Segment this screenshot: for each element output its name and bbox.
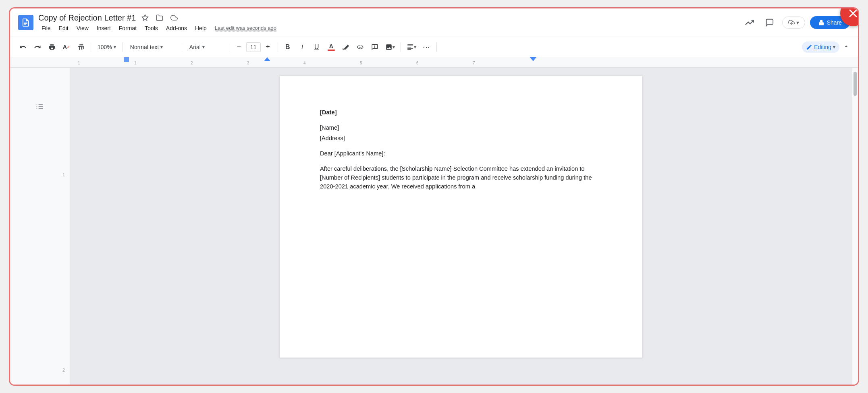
svg-rect-4 xyxy=(819,22,824,25)
divider-5 xyxy=(278,42,278,52)
menu-insert[interactable]: Insert xyxy=(93,24,114,33)
scrollbar xyxy=(852,68,858,385)
menu-row: File Edit View Insert Format Tools Add-o… xyxy=(38,24,737,33)
page-number-1: 1 xyxy=(62,172,65,177)
svg-rect-5 xyxy=(70,57,858,68)
svg-marker-2 xyxy=(142,15,148,21)
font-size-input[interactable] xyxy=(246,42,261,52)
bold-button[interactable]: B xyxy=(281,41,294,54)
collapse-toolbar-button[interactable] xyxy=(841,41,851,53)
more-options-button[interactable]: ⋯ xyxy=(420,41,433,54)
text-color-a: A xyxy=(329,43,333,49)
last-edit-status[interactable]: Last edit was seconds ago xyxy=(215,25,276,31)
align-button[interactable]: ▾ xyxy=(404,41,419,54)
menu-tools[interactable]: Tools xyxy=(141,24,161,33)
share-label: Share xyxy=(827,19,842,26)
font-size-decrease[interactable]: − xyxy=(233,41,245,54)
svg-rect-6 xyxy=(124,57,129,62)
salutation: Dear [Applicant's Name]: xyxy=(320,149,602,158)
divider-6 xyxy=(401,42,401,52)
menu-file[interactable]: File xyxy=(38,24,54,33)
body-paragraph: After careful deliberations, the [Schola… xyxy=(320,164,602,191)
underline-button[interactable]: U xyxy=(310,41,323,54)
italic-label: I xyxy=(301,43,303,51)
doc-title: Copy of Rejection Letter #1 xyxy=(38,13,136,23)
left-panel: 1 2 xyxy=(10,68,70,385)
italic-button[interactable]: I xyxy=(296,41,309,54)
menu-view[interactable]: View xyxy=(73,24,92,33)
publish-label: ▾ xyxy=(796,19,799,26)
divider-1 xyxy=(91,42,91,52)
svg-text:4: 4 xyxy=(303,61,306,65)
document-page: [Date] [Name] [Address] Dear [Applicant'… xyxy=(280,76,642,358)
header-right: ▾ Share xyxy=(742,15,850,30)
editing-mode-button[interactable]: Editing ▾ xyxy=(802,41,839,53)
highlight-button[interactable] xyxy=(339,41,352,54)
font-select[interactable]: Arial ▾ xyxy=(185,42,226,52)
toolbar: A✓ 100% ▾ Normal text ▾ Arial ▾ − + B xyxy=(10,37,858,57)
zoom-select[interactable]: 100% ▾ xyxy=(94,42,119,52)
print-button[interactable] xyxy=(46,41,58,54)
menu-format[interactable]: Format xyxy=(116,24,140,33)
svg-text:2: 2 xyxy=(191,61,193,65)
font-value: Arial xyxy=(189,44,201,50)
divider-3 xyxy=(182,42,182,52)
divider-4 xyxy=(229,42,229,52)
underline-label: U xyxy=(314,43,319,51)
date-line: [Date] xyxy=(320,108,602,117)
folder-button[interactable] xyxy=(154,12,165,23)
trending-button[interactable] xyxy=(742,15,757,30)
bold-label: B xyxy=(285,43,290,51)
image-button[interactable]: ▾ xyxy=(383,41,397,54)
divider-2 xyxy=(123,42,123,52)
text-color-bar xyxy=(328,50,335,51)
header: Copy of Rejection Letter #1 xyxy=(10,8,858,37)
comment-add-button[interactable] xyxy=(368,41,381,54)
header-center: Copy of Rejection Letter #1 xyxy=(38,12,737,33)
zoom-chevron: ▾ xyxy=(114,44,116,50)
image-chevron: ▾ xyxy=(392,44,395,50)
style-select[interactable]: Normal text ▾ xyxy=(126,42,179,52)
text-color-button[interactable]: A xyxy=(325,41,338,54)
address-line: [Address] xyxy=(320,134,602,143)
editing-chevron: ▾ xyxy=(833,44,835,50)
font-size-control: − + xyxy=(233,41,274,54)
menu-edit[interactable]: Edit xyxy=(56,24,72,33)
paint-format-button[interactable] xyxy=(75,41,87,54)
name-line: [Name] xyxy=(320,123,602,132)
divider-7 xyxy=(436,42,437,52)
star-button[interactable] xyxy=(140,12,150,23)
menu-help[interactable]: Help xyxy=(192,24,210,33)
font-chevron: ▾ xyxy=(202,44,205,50)
svg-text:5: 5 xyxy=(360,61,362,65)
comment-button[interactable] xyxy=(762,15,777,30)
docs-logo xyxy=(18,15,33,30)
undo-button[interactable] xyxy=(17,41,29,54)
doc-title-row: Copy of Rejection Letter #1 xyxy=(38,12,737,23)
ruler-container: 1 1 2 3 4 5 6 7 xyxy=(10,57,858,68)
app-container: Copy of Rejection Letter #1 xyxy=(9,7,859,386)
spell-check-button[interactable]: A✓ xyxy=(60,41,73,54)
style-chevron: ▾ xyxy=(160,44,163,50)
table-of-contents-button[interactable] xyxy=(33,100,46,113)
editing-mode-label: Editing xyxy=(814,44,831,50)
svg-text:3: 3 xyxy=(247,61,249,65)
publish-button[interactable]: ▾ xyxy=(782,17,805,29)
page-content: [Date] [Name] [Address] Dear [Applicant'… xyxy=(320,108,602,191)
svg-text:7: 7 xyxy=(473,61,475,65)
svg-text:1: 1 xyxy=(134,61,137,65)
cloud-button[interactable] xyxy=(169,12,179,23)
redo-button[interactable] xyxy=(31,41,44,54)
link-button[interactable] xyxy=(354,41,367,54)
style-value: Normal text xyxy=(130,44,159,50)
zoom-value: 100% xyxy=(98,44,112,50)
svg-text:6: 6 xyxy=(416,61,419,65)
doc-area[interactable]: [Date] [Name] [Address] Dear [Applicant'… xyxy=(70,68,852,385)
svg-text:1: 1 xyxy=(78,61,80,65)
scrollbar-thumb[interactable] xyxy=(853,72,857,96)
align-chevron: ▾ xyxy=(414,44,416,50)
menu-addons[interactable]: Add-ons xyxy=(163,24,190,33)
ruler: 1 1 2 3 4 5 6 7 xyxy=(70,57,858,68)
page-number-2: 2 xyxy=(62,368,65,372)
font-size-increase[interactable]: + xyxy=(262,41,274,54)
